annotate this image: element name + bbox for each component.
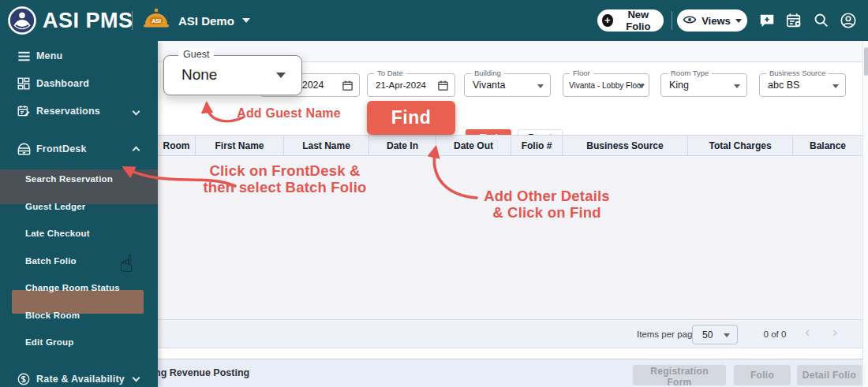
calendar-icon[interactable] [342,80,354,95]
sidebar-item-reservations[interactable]: Reservations [0,101,158,121]
sidebar-subitem-search-reservation[interactable]: Search Reservation [25,174,113,184]
sidebar-subitem-late-checkout[interactable]: Late Checkout [25,229,90,238]
sidebar-item-rate-availability[interactable]: Rate & Availability [0,369,158,387]
top-bar: ASI PMS ASI ASI Demo + New Folio [0,0,868,41]
pagination-bar: Items per page: 50 0 of 0 ‹ › [158,319,862,348]
column-header-date-in[interactable]: Date In [369,136,436,155]
business-source-value: abc BS [768,80,799,91]
sidebar: Menu Dashboard Reservations [0,41,158,387]
find-button-callout[interactable]: Find [367,101,455,135]
page-size-select[interactable]: 50 [692,325,738,344]
reservations-icon [16,103,32,119]
to-date-field[interactable]: To Date 21-Apr-2024 [367,73,455,97]
footer-left-text: ng Revenue Posting [158,367,249,378]
dashboard-icon [16,76,32,91]
building-select[interactable]: Building Vivanta [464,73,551,97]
sidebar-subitem-guest-ledger[interactable]: Guest Ledger [25,202,86,211]
room-type-select[interactable]: Room Type King [660,73,747,97]
column-header-first-name[interactable]: First Name [196,136,284,155]
column-header-room[interactable]: Room [158,136,196,155]
sidebar-subitem-edit-group[interactable]: Edit Group [25,337,73,347]
brand-title: ASI PMS [43,0,133,41]
registration-form-button[interactable]: Registration Form [633,365,726,385]
guest-callout-value: None [181,66,217,84]
scrollbar-thumb[interactable] [864,47,868,76]
guest-select-callout[interactable]: Guest None [163,55,302,95]
building-value: Vivanta [473,80,505,91]
field-label: Room Type [668,69,712,77]
menu-icon [16,48,32,64]
guest-callout-label: Guest [178,49,214,60]
account-icon[interactable] [840,12,857,29]
next-page-icon[interactable]: › [832,323,837,340]
column-header-business-source[interactable]: Business Source [563,136,688,155]
scrollbar-track[interactable] [862,41,868,387]
annotation-line: Click on FrontDesk & [197,162,372,179]
calendar-icon[interactable] [437,80,449,95]
sidebar-item-label: Reservations [36,106,100,117]
to-date-value: 21-Apr-2024 [376,80,426,90]
chevron-down-icon [133,374,140,382]
chevron-down-icon [735,19,742,23]
annotation-add-guest-name: Add Guest Name [237,106,341,120]
sidebar-item-label: FrontDesk [36,143,87,154]
search-icon[interactable] [813,12,830,29]
floor-select[interactable]: Floor Vivanta - Lobby Floor [563,73,649,97]
footer-action-bar: ng Revenue Posting Registration Form Fol… [158,359,862,387]
column-header-balance[interactable]: Balance [793,136,862,155]
table-header-row: Room First Name Last Name Date In Date O… [158,135,862,156]
property-name: ASI Demo [178,14,234,28]
chevron-down-icon [133,108,140,116]
chevron-down-icon [832,84,839,88]
column-header-total-charges[interactable]: Total Charges [688,136,793,155]
sidebar-item-label: Dashboard [36,78,89,89]
new-folio-button[interactable]: + New Folio [597,9,664,32]
items-per-page-label: Items per page: [637,329,700,339]
sidebar-item-label: Rate & Availability [36,374,125,385]
property-selector[interactable]: ASI ASI Demo [142,0,250,41]
cloche-icon: ASI [142,6,170,35]
folio-button[interactable]: Folio [734,365,791,385]
chevron-down-icon [276,73,286,78]
chevron-down-icon [537,84,544,88]
asi-pms-logo-icon [8,6,36,35]
annotation-line: Add Other Details [467,188,627,204]
app-root: ASI PMS ASI ASI Demo + New Folio [0,0,868,387]
floor-value: Vivanta - Lobby Floor [569,81,644,90]
chevron-down-icon [734,84,740,88]
column-header-folio[interactable]: Folio # [511,136,563,155]
frontdesk-icon [16,141,32,157]
field-label: Floor [570,69,593,77]
column-header-date-out[interactable]: Date Out [436,136,511,155]
sidebar-subitem-batch-folio[interactable]: Batch Folio [25,256,77,266]
detail-folio-button[interactable]: Detail Folio [797,365,862,385]
page-size-value: 50 [702,329,713,340]
sidebar-subitem-change-room-status[interactable]: Change Room Status [25,283,120,292]
sidebar-subitem-block-room[interactable]: Block Room [25,311,80,320]
sidebar-item-label: Menu [36,50,62,61]
annotation-line: & Click on Find [467,204,627,221]
header-divider [672,11,672,30]
new-folio-label: New Folio [618,9,659,32]
chevron-down-icon [242,18,250,23]
business-source-select[interactable]: Business Source abc BS [759,73,846,97]
sidebar-item-menu[interactable]: Menu [0,46,158,66]
views-button[interactable]: Views [677,9,747,32]
header-divider [132,11,133,30]
feedback-icon[interactable] [758,12,776,29]
column-header-last-name[interactable]: Last Name [284,136,369,155]
sidebar-item-frontdesk[interactable]: FrontDesk [0,136,158,162]
annotation-click-frontdesk: Click on FrontDesk & then select Batch F… [197,162,372,195]
field-label: To Date [374,69,406,77]
field-label: Building [471,69,504,77]
previous-page-icon[interactable]: ‹ [805,323,810,340]
dollar-circle-icon [16,371,32,387]
chevron-down-icon [638,84,645,88]
room-type-value: King [669,80,689,91]
chevron-down-icon [724,333,730,337]
eye-icon [683,13,697,29]
svg-text:ASI: ASI [152,18,161,24]
calendar-badge-icon[interactable] [785,12,803,29]
field-label: Business Source [766,69,829,77]
sidebar-item-dashboard[interactable]: Dashboard [0,73,158,94]
